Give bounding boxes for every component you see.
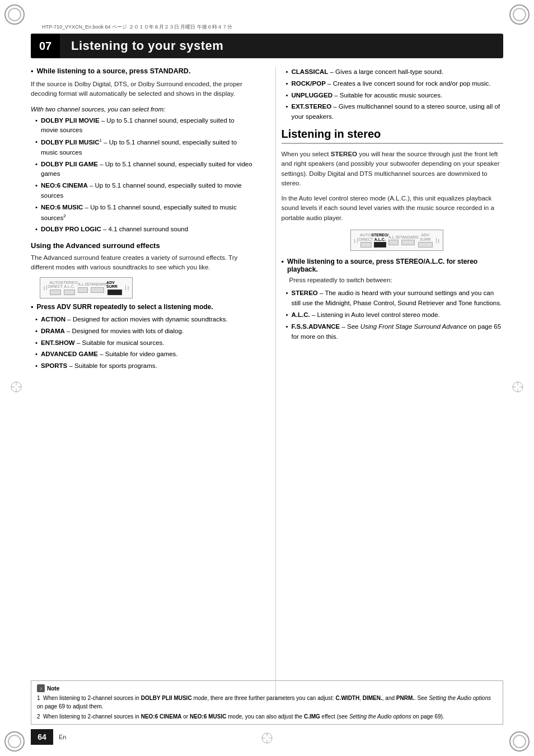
corner-decoration-tl xyxy=(4,4,25,25)
press-adv-section: • Press ADV SURR repeatedly to select a … xyxy=(31,303,253,311)
list-item: DOLBY PLII GAME – Up to 5.1 channel soun… xyxy=(35,160,253,180)
right-column: CLASSICAL – Gives a large concert hall-t… xyxy=(275,67,504,700)
list-item: F.S.S.ADVANCE – See Using Front Stage Su… xyxy=(286,322,504,342)
stereo-press-header: While listening to a source, press STERE… xyxy=(287,258,503,273)
list-item: NEO:6 CINEMA – Up to 5.1 channel sound, … xyxy=(35,181,253,201)
adv-surr-text: The Advanced surround feature creates a … xyxy=(31,253,253,273)
list-item: NEO:6 MUSIC – Up to 5.1 channel sound, e… xyxy=(35,203,253,223)
main-content: • While listening to a source, press STA… xyxy=(31,67,503,700)
stereo-display: | AUTO/DIRECT STEREO/A.L.C. A.L.C STANDA… xyxy=(291,230,504,251)
page-lang: En xyxy=(59,734,66,740)
adv-surr-heading: Using the Advanced surround effects xyxy=(31,241,253,250)
note-icon: ♪ xyxy=(37,684,45,692)
list-item: ADVANCED GAME – Suitable for video games… xyxy=(35,349,253,360)
adv-surr-display: | AUTO/DIRECT STEREO/A.L.C. A.L.C STANDA… xyxy=(40,277,253,298)
chapter-title: Listening to your system xyxy=(60,39,223,53)
left-column: • While listening to a source, press STA… xyxy=(31,67,259,700)
note-1: 1 When listening to 2-channel sources in… xyxy=(37,694,497,711)
chapter-number: 07 xyxy=(31,34,60,58)
standard-header: While listening to a source, press STAND… xyxy=(37,67,191,75)
list-item: EXT.STEREO – Gives multichannel sound to… xyxy=(286,102,504,122)
press-adv-header: Press ADV SURR repeatedly to select a li… xyxy=(37,303,213,311)
standard-body: If the source is Dolby Digital, DTS, or … xyxy=(31,80,253,99)
standard-section: • While listening to a source, press STA… xyxy=(31,67,253,99)
page-number: 64 xyxy=(31,729,53,745)
list-item: ROCK/POP – Creates a live concert sound … xyxy=(286,79,504,89)
list-item: A.L.C. – Listening in Auto level control… xyxy=(286,310,504,320)
corner-decoration-bl xyxy=(4,731,25,752)
note-box: ♪ Note 1 When listening to 2-channel sou… xyxy=(31,680,503,725)
adv-modes-list: ACTION – Designed for action movies with… xyxy=(31,315,253,371)
crosshair-left xyxy=(10,381,22,395)
list-item: DOLBY PRO LOGIC – 4.1 channel surround s… xyxy=(35,225,253,235)
note-2: 2 When listening to 2-channel sources in… xyxy=(37,712,497,721)
crosshair-bottom xyxy=(261,732,273,746)
list-item: SPORTS – Suitable for sports programs. xyxy=(35,361,253,371)
stereo-press-text: Press repeatedly to switch between: xyxy=(282,276,504,285)
stereo-press-section: • While listening to a source, press STE… xyxy=(282,258,504,273)
two-channel-intro: With two channel sources, you can select… xyxy=(31,106,253,113)
stereo-section-heading: Listening in stereo xyxy=(282,128,504,144)
chapter-header: 07 Listening to your system xyxy=(31,34,503,58)
filepath: HTP-710_VYXCN_En.book 64 ページ ２０１０年８月２３日 … xyxy=(42,24,232,31)
crosshair-right xyxy=(512,381,524,395)
corner-decoration-tr xyxy=(509,4,530,25)
list-item: ACTION – Designed for action movies with… xyxy=(35,315,253,325)
right-top-list: CLASSICAL – Gives a large concert hall-t… xyxy=(282,67,504,122)
stereo-intro: When you select STEREO you will hear the… xyxy=(282,150,504,188)
list-item: CLASSICAL – Gives a large concert hall-t… xyxy=(286,67,504,77)
list-item: ENT.SHOW – Suitable for musical sources. xyxy=(35,338,253,348)
corner-decoration-br xyxy=(509,731,530,752)
list-item: UNPLUGGED – Suitable for acoustic music … xyxy=(286,91,504,101)
list-item: DRAMA – Designed for movies with lots of… xyxy=(35,326,253,337)
list-item: STEREO – The audio is heard with your su… xyxy=(286,288,504,309)
list-item: DOLBY PLII MOVIE – Up to 5.1 channel sou… xyxy=(35,116,253,136)
stereo-modes-list: STEREO – The audio is heard with your su… xyxy=(282,288,504,342)
two-channel-list: DOLBY PLII MOVIE – Up to 5.1 channel sou… xyxy=(31,116,253,235)
note-title: ♪ Note xyxy=(37,684,497,692)
alc-text: In the Auto level control stereo mode (A… xyxy=(282,194,504,223)
list-item: DOLBY PLII MUSIC1 – Up to 5.1 channel so… xyxy=(35,137,253,157)
